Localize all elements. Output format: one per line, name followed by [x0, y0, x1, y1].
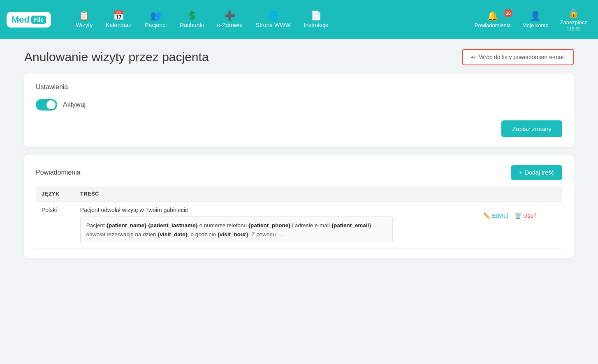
ph-visit-date: {visit_date} — [158, 231, 188, 237]
ph-patient-email: {patient_email} — [331, 222, 371, 228]
pacjenci-icon: 👥 — [150, 11, 161, 20]
nav-items: 📋 Wizyty 📅 Kalendarz 👥 Pacjenci 💲 Rachun… — [70, 8, 471, 32]
save-button[interactable]: Zapisz zmiany — [501, 120, 562, 137]
zabezpiecz-icon: 🔒 — [568, 8, 579, 18]
nav-item-pacjenci[interactable]: 👥 Pacjenci — [139, 8, 172, 32]
ph-visit-hour: {visit_hour} — [218, 231, 248, 237]
zabezpiecz-label: Zabezpiecz — [560, 19, 587, 25]
moje-konto-icon: 👤 — [530, 11, 541, 21]
content-cell: Pacjent odwołał wizytę w Twoim gabinecie… — [74, 201, 477, 249]
col-actions — [477, 187, 562, 201]
toggle-label: Aktywuj — [63, 101, 86, 108]
nav-item-stronawww-label: Strona WWW — [256, 22, 291, 28]
kalendarz-icon: 📅 — [113, 11, 124, 20]
instrukcje-icon: 📄 — [311, 11, 322, 20]
notifications-card: Powiadomienia + Dodaj treść Język Treść … — [24, 155, 574, 258]
nav-powiadomienia[interactable]: 🔔 16 Powiadomienia — [471, 7, 515, 32]
ezdrowie-icon: ➕ — [224, 11, 235, 20]
powiadomienia-label: Powiadomienia — [475, 22, 511, 28]
col-jezyk: Język — [36, 187, 74, 201]
nav-item-pacjenci-label: Pacjenci — [145, 22, 167, 28]
back-arrow-icon: ↩ — [471, 54, 476, 60]
lang-cell: Polski — [36, 201, 74, 249]
page-header: Anulowanie wizyty przez pacjenta ↩ Wróć … — [24, 49, 574, 65]
main-content: Anulowanie wizyty przez pacjenta ↩ Wróć … — [11, 39, 587, 276]
logo-area: Med File — [7, 12, 60, 28]
back-button[interactable]: ↩ Wróć do listy powiadomień e-mail — [462, 49, 574, 65]
moje-konto-label: Moje konto — [522, 22, 549, 28]
ph-patient-phone: {patient_phone} — [248, 222, 291, 228]
trash-icon: 🗑️ — [515, 212, 522, 219]
edit-label: Edytuj — [492, 212, 508, 219]
table-header-row: Język Treść — [36, 187, 562, 201]
nav-item-ezdrowie[interactable]: ➕ e-Zdrowie — [211, 8, 248, 32]
edit-button[interactable]: ✏️ Edytuj — [483, 212, 508, 219]
add-content-label: Dodaj treść — [525, 169, 554, 176]
edit-icon: ✏️ — [483, 212, 490, 219]
toggle-thumb — [46, 100, 56, 109]
nav-item-kalendarz-label: Kalendarz — [106, 22, 132, 28]
powiadomienia-badge: 16 — [504, 9, 512, 17]
notif-body-box: Pacjent {patient_name} {patient_lastname… — [80, 217, 393, 243]
rachunki-icon: 💲 — [186, 11, 197, 20]
settings-card-footer: Zapisz zmiany — [36, 120, 562, 137]
settings-card: Ustawienia Aktywuj Zapisz zmiany — [24, 74, 574, 147]
delete-label: Usuń — [523, 212, 537, 219]
nav-right: 🔔 16 Powiadomienia 👤 Moje konto 🔒 Zabezp… — [471, 5, 591, 35]
stronawww-icon: 🌐 — [268, 11, 279, 20]
add-content-button[interactable]: + Dodaj treść — [511, 165, 562, 180]
navbar: Med File 📋 Wizyty 📅 Kalendarz 👥 Pacjenci… — [0, 0, 598, 39]
nav-item-kalendarz[interactable]: 📅 Kalendarz — [100, 8, 137, 32]
delete-button[interactable]: 🗑️ Usuń — [515, 212, 537, 219]
nav-item-instrukcje[interactable]: 📄 Instrukcje — [298, 8, 334, 32]
nav-item-ezdrowie-label: e-Zdrowie — [217, 22, 243, 28]
notifications-card-header: Powiadomienia + Dodaj treść — [36, 165, 562, 180]
ph-patient-name: {patient_name} — [107, 222, 147, 228]
page-title: Anulowanie wizyty przez pacjenta — [24, 50, 209, 64]
toggle-row: Aktywuj — [36, 99, 562, 111]
nav-item-wizyty-label: Wizyty — [76, 22, 93, 28]
notif-subject: Pacjent odwołał wizytę w Twoim gabinecie — [80, 207, 472, 213]
table-row: Polski Pacjent odwołał wizytę w Twoim ga… — [36, 201, 562, 249]
add-icon: + — [519, 169, 522, 176]
col-tresc: Treść — [74, 187, 477, 201]
nav-item-rachunki-label: Rachunki — [180, 22, 204, 28]
settings-section-title: Ustawienia — [36, 83, 562, 91]
powiadomienia-icon: 🔔 — [487, 11, 498, 21]
nav-moje-konto[interactable]: 👤 Moje konto — [518, 7, 553, 32]
logo-file-text: File — [31, 16, 46, 24]
back-button-label: Wróć do listy powiadomień e-mail — [479, 54, 565, 60]
zabezpiecz-time: 119:52 — [567, 26, 581, 31]
nav-item-instrukcje-label: Instrukcje — [304, 22, 329, 28]
nav-item-rachunki[interactable]: 💲 Rachunki — [174, 8, 209, 32]
lang-value: Polski — [42, 207, 57, 213]
nav-item-stronawww[interactable]: 🌐 Strona WWW — [250, 8, 297, 32]
logo[interactable]: Med File — [7, 12, 51, 28]
actions-cell-td: ✏️ Edytuj 🗑️ Usuń — [477, 201, 562, 249]
aktywuj-toggle[interactable] — [36, 99, 57, 111]
nav-item-wizyty[interactable]: 📋 Wizyty — [70, 8, 98, 32]
row-actions: ✏️ Edytuj 🗑️ Usuń — [483, 207, 556, 219]
ph-patient-lastname: {patient_lastname} — [148, 222, 198, 228]
notifications-table: Język Treść Polski Pacjent odwołał wizyt… — [36, 187, 562, 249]
notifications-section-title: Powiadomienia — [36, 169, 81, 176]
nav-zabezpiecz[interactable]: 🔒 Zabezpiecz 119:52 — [556, 5, 591, 35]
wizyty-icon: 📋 — [79, 11, 90, 20]
logo-med-text: Med — [12, 14, 30, 25]
